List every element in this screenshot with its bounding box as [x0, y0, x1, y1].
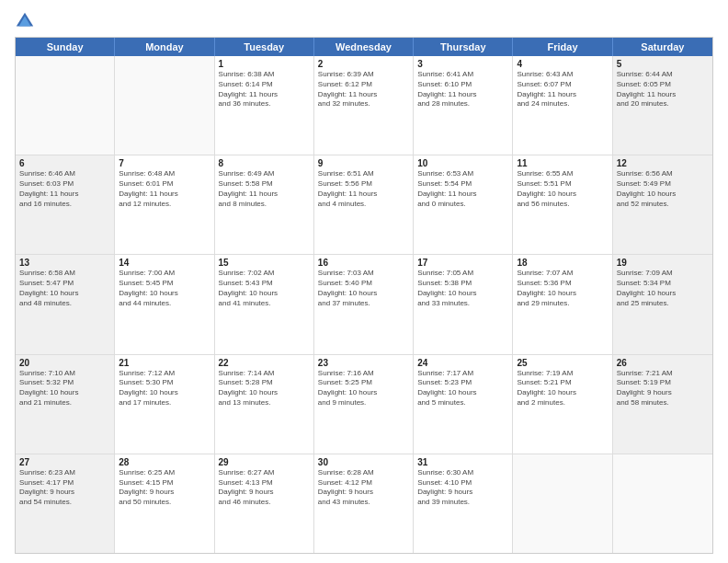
calendar-cell [16, 56, 115, 155]
cell-text: Sunrise: 6:48 AM Sunset: 6:01 PM Dayligh… [119, 169, 210, 209]
calendar-cell: 3Sunrise: 6:41 AM Sunset: 6:10 PM Daylig… [414, 56, 513, 155]
day-number: 26 [617, 358, 709, 368]
calendar-cell: 15Sunrise: 7:02 AM Sunset: 5:43 PM Dayli… [215, 255, 314, 353]
calendar: SundayMondayTuesdayWednesdayThursdayFrid… [15, 37, 713, 554]
calendar-cell: 5Sunrise: 6:44 AM Sunset: 6:05 PM Daylig… [613, 56, 712, 155]
calendar-row: 1Sunrise: 6:38 AM Sunset: 6:14 PM Daylig… [16, 56, 712, 155]
cell-text: Sunrise: 6:25 AM Sunset: 4:15 PM Dayligh… [119, 468, 210, 508]
day-number: 27 [19, 457, 110, 467]
cell-text: Sunrise: 6:58 AM Sunset: 5:47 PM Dayligh… [19, 269, 110, 308]
calendar-cell: 29Sunrise: 6:27 AM Sunset: 4:13 PM Dayli… [215, 454, 314, 553]
day-number: 4 [517, 59, 608, 69]
day-number: 19 [617, 258, 709, 268]
calendar-cell: 11Sunrise: 6:55 AM Sunset: 5:51 PM Dayli… [513, 155, 612, 254]
day-number: 1 [219, 59, 310, 69]
logo-icon [15, 11, 35, 31]
calendar-row: 13Sunrise: 6:58 AM Sunset: 5:47 PM Dayli… [16, 255, 712, 354]
calendar-cell: 12Sunrise: 6:56 AM Sunset: 5:49 PM Dayli… [613, 155, 712, 254]
calendar-cell: 1Sunrise: 6:38 AM Sunset: 6:14 PM Daylig… [215, 56, 314, 155]
calendar-cell: 21Sunrise: 7:12 AM Sunset: 5:30 PM Dayli… [115, 355, 214, 454]
calendar-row: 6Sunrise: 6:46 AM Sunset: 6:03 PM Daylig… [16, 155, 712, 255]
day-number: 21 [119, 358, 210, 368]
calendar-cell: 13Sunrise: 6:58 AM Sunset: 5:47 PM Dayli… [16, 255, 115, 353]
cell-text: Sunrise: 7:12 AM Sunset: 5:30 PM Dayligh… [119, 369, 210, 408]
day-number: 23 [318, 358, 409, 368]
weekday-header: Tuesday [215, 38, 314, 56]
page-header [15, 11, 713, 31]
weekday-header: Saturday [613, 38, 712, 56]
cell-text: Sunrise: 7:09 AM Sunset: 5:34 PM Dayligh… [617, 269, 709, 308]
cell-text: Sunrise: 7:14 AM Sunset: 5:28 PM Dayligh… [219, 369, 310, 408]
calendar-cell: 22Sunrise: 7:14 AM Sunset: 5:28 PM Dayli… [215, 355, 314, 454]
cell-text: Sunrise: 6:30 AM Sunset: 4:10 PM Dayligh… [417, 468, 508, 508]
cell-text: Sunrise: 6:51 AM Sunset: 5:56 PM Dayligh… [318, 169, 409, 209]
calendar-cell: 26Sunrise: 7:21 AM Sunset: 5:19 PM Dayli… [613, 355, 712, 454]
calendar-cell: 6Sunrise: 6:46 AM Sunset: 6:03 PM Daylig… [16, 155, 115, 254]
cell-text: Sunrise: 7:16 AM Sunset: 5:25 PM Dayligh… [318, 369, 409, 408]
cell-text: Sunrise: 6:55 AM Sunset: 5:51 PM Dayligh… [517, 169, 608, 209]
calendar-cell: 23Sunrise: 7:16 AM Sunset: 5:25 PM Dayli… [314, 355, 414, 454]
calendar-cell: 30Sunrise: 6:28 AM Sunset: 4:12 PM Dayli… [314, 454, 414, 553]
cell-text: Sunrise: 7:00 AM Sunset: 5:45 PM Dayligh… [119, 269, 210, 308]
cell-text: Sunrise: 6:27 AM Sunset: 4:13 PM Dayligh… [219, 468, 310, 508]
day-number: 20 [19, 358, 110, 368]
calendar-cell: 9Sunrise: 6:51 AM Sunset: 5:56 PM Daylig… [314, 155, 414, 254]
cell-text: Sunrise: 6:39 AM Sunset: 6:12 PM Dayligh… [318, 70, 409, 109]
day-number: 30 [318, 457, 409, 467]
cell-text: Sunrise: 6:56 AM Sunset: 5:49 PM Dayligh… [617, 169, 709, 209]
day-number: 24 [417, 358, 508, 368]
cell-text: Sunrise: 6:43 AM Sunset: 6:07 PM Dayligh… [517, 70, 608, 109]
cell-text: Sunrise: 6:41 AM Sunset: 6:10 PM Dayligh… [417, 70, 508, 109]
cell-text: Sunrise: 7:02 AM Sunset: 5:43 PM Dayligh… [219, 269, 310, 308]
cell-text: Sunrise: 6:28 AM Sunset: 4:12 PM Dayligh… [318, 468, 409, 508]
weekday-header: Wednesday [314, 38, 414, 56]
calendar-cell: 2Sunrise: 6:39 AM Sunset: 6:12 PM Daylig… [314, 56, 414, 155]
calendar-cell: 19Sunrise: 7:09 AM Sunset: 5:34 PM Dayli… [613, 255, 712, 353]
day-number: 7 [119, 158, 210, 168]
calendar-page: SundayMondayTuesdayWednesdayThursdayFrid… [0, 0, 728, 563]
calendar-row: 27Sunrise: 6:23 AM Sunset: 4:17 PM Dayli… [16, 454, 712, 553]
calendar-cell: 7Sunrise: 6:48 AM Sunset: 6:01 PM Daylig… [115, 155, 214, 254]
calendar-cell [115, 56, 214, 155]
day-number: 8 [219, 158, 310, 168]
calendar-cell: 16Sunrise: 7:03 AM Sunset: 5:40 PM Dayli… [314, 255, 414, 353]
calendar-cell: 24Sunrise: 7:17 AM Sunset: 5:23 PM Dayli… [414, 355, 513, 454]
day-number: 6 [19, 158, 110, 168]
cell-text: Sunrise: 6:23 AM Sunset: 4:17 PM Dayligh… [19, 468, 110, 508]
cell-text: Sunrise: 7:19 AM Sunset: 5:21 PM Dayligh… [517, 369, 608, 408]
day-number: 17 [417, 258, 508, 268]
day-number: 28 [119, 457, 210, 467]
calendar-cell: 31Sunrise: 6:30 AM Sunset: 4:10 PM Dayli… [414, 454, 513, 553]
weekday-header: Friday [513, 38, 612, 56]
cell-text: Sunrise: 6:49 AM Sunset: 5:58 PM Dayligh… [219, 169, 310, 209]
day-number: 18 [517, 258, 608, 268]
day-number: 9 [318, 158, 409, 168]
day-number: 2 [318, 59, 409, 69]
calendar-cell: 10Sunrise: 6:53 AM Sunset: 5:54 PM Dayli… [414, 155, 513, 254]
cell-text: Sunrise: 6:38 AM Sunset: 6:14 PM Dayligh… [219, 70, 310, 109]
weekday-header: Monday [115, 38, 214, 56]
calendar-body: 1Sunrise: 6:38 AM Sunset: 6:14 PM Daylig… [16, 56, 712, 553]
cell-text: Sunrise: 6:46 AM Sunset: 6:03 PM Dayligh… [19, 169, 110, 209]
day-number: 5 [617, 59, 709, 69]
day-number: 22 [219, 358, 310, 368]
day-number: 3 [417, 59, 508, 69]
calendar-cell: 14Sunrise: 7:00 AM Sunset: 5:45 PM Dayli… [115, 255, 214, 353]
weekday-header: Sunday [16, 38, 115, 56]
calendar-cell [513, 454, 612, 553]
calendar-cell: 28Sunrise: 6:25 AM Sunset: 4:15 PM Dayli… [115, 454, 214, 553]
day-number: 15 [219, 258, 310, 268]
day-number: 12 [617, 158, 709, 168]
day-number: 10 [417, 158, 508, 168]
calendar-cell [613, 454, 712, 553]
calendar-cell: 17Sunrise: 7:05 AM Sunset: 5:38 PM Dayli… [414, 255, 513, 353]
day-number: 25 [517, 358, 608, 368]
calendar-cell: 18Sunrise: 7:07 AM Sunset: 5:36 PM Dayli… [513, 255, 612, 353]
cell-text: Sunrise: 7:07 AM Sunset: 5:36 PM Dayligh… [517, 269, 608, 308]
calendar-cell: 4Sunrise: 6:43 AM Sunset: 6:07 PM Daylig… [513, 56, 612, 155]
calendar-cell: 27Sunrise: 6:23 AM Sunset: 4:17 PM Dayli… [16, 454, 115, 553]
day-number: 14 [119, 258, 210, 268]
calendar-row: 20Sunrise: 7:10 AM Sunset: 5:32 PM Dayli… [16, 355, 712, 454]
calendar-cell: 20Sunrise: 7:10 AM Sunset: 5:32 PM Dayli… [16, 355, 115, 454]
cell-text: Sunrise: 6:44 AM Sunset: 6:05 PM Dayligh… [617, 70, 709, 109]
